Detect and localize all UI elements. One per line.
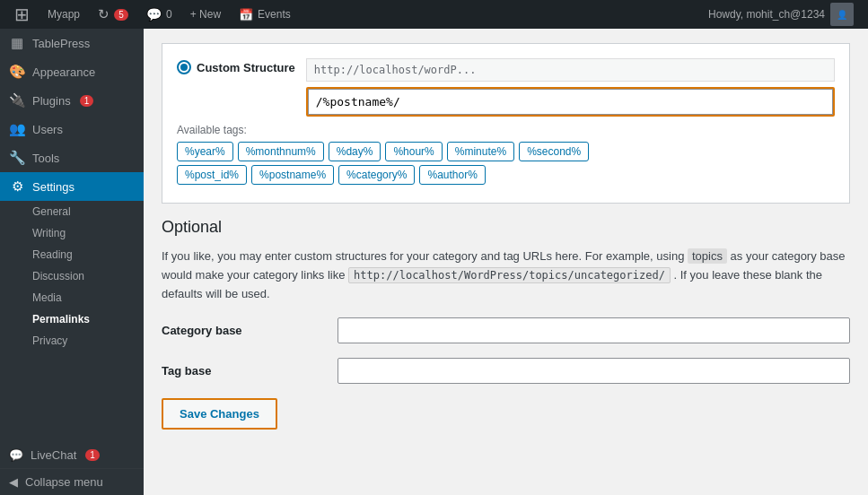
category-base-label: Category base — [162, 324, 323, 337]
comments-button[interactable]: 💬 0 — [139, 0, 180, 29]
tablepress-icon: ▦ — [9, 35, 25, 51]
save-changes-button[interactable]: Save Changes — [162, 398, 277, 430]
tags-row-1: %year%%monthnum%%day%%hour%%minute%%seco… — [177, 142, 835, 161]
optional-section: Optional If you like, you may enter cust… — [162, 218, 850, 430]
radio-circle-inner — [180, 64, 188, 71]
optional-desc-before: If you like, you may enter custom struct… — [162, 249, 684, 263]
topbar: ⊞ Myapp ↻ 5 💬 0 + New 📅 Events Howdy, mo… — [0, 0, 868, 29]
site-name-button[interactable]: Myapp — [40, 0, 87, 29]
sidebar-sub-writing[interactable]: Writing — [0, 222, 144, 244]
structure-input-wrap — [306, 87, 835, 117]
sidebar-sub-discussion[interactable]: Discussion — [0, 265, 144, 287]
sidebar-sub-media[interactable]: Media — [0, 287, 144, 308]
sidebar-item-settings-label: Settings — [32, 180, 75, 194]
plugins-icon: 🔌 — [9, 92, 25, 109]
tag-button-%author%[interactable]: %author% — [419, 165, 485, 185]
collapse-menu-button[interactable]: ◀ Collapse menu — [0, 468, 144, 495]
collapse-icon: ◀ — [9, 475, 18, 489]
settings-icon: ⚙ — [9, 178, 25, 195]
url-preview: http://localhost/wordP... — [306, 58, 835, 82]
tag-base-row: Tag base — [162, 358, 850, 384]
sidebar-item-tools[interactable]: 🔧 Tools — [0, 143, 144, 172]
custom-structure-radio[interactable]: Custom Structure — [177, 60, 295, 74]
sidebar-item-livechat[interactable]: 💬 LiveChat 1 — [0, 442, 144, 468]
save-btn-wrap: Save Changes — [162, 398, 850, 430]
tag-button-%year%[interactable]: %year% — [177, 142, 233, 161]
tag-button-%postname%[interactable]: %postname% — [251, 165, 334, 185]
sidebar: ▦ TablePress 🎨 Appearance 🔌 Plugins 1 👥 … — [0, 29, 144, 495]
tag-button-%minute%[interactable]: %minute% — [447, 142, 514, 161]
category-base-input[interactable] — [338, 317, 850, 343]
site-name: Myapp — [48, 8, 80, 21]
example-url: http://localhost/WordPress/topics/uncate… — [348, 267, 671, 283]
livechat-icon: 💬 — [9, 448, 23, 462]
topbar-right: Howdy, mohit_ch@1234 👤 — [701, 3, 861, 26]
calendar-icon: 📅 — [239, 8, 253, 22]
tag-base-label: Tag base — [162, 364, 323, 378]
tag-button-%monthnum%[interactable]: %monthnum% — [238, 142, 324, 161]
comments-icon: 💬 — [146, 7, 162, 22]
tag-button-%category%[interactable]: %category% — [338, 165, 415, 185]
tag-button-%second%[interactable]: %second% — [519, 142, 589, 161]
tools-icon: 🔧 — [9, 150, 25, 166]
sidebar-item-livechat-label: LiveChat — [31, 448, 76, 462]
updates-count: 5 — [114, 9, 128, 21]
plugins-badge: 1 — [80, 95, 94, 107]
sidebar-item-tools-label: Tools — [32, 152, 59, 165]
custom-structure-label: Custom Structure — [197, 61, 295, 74]
tag-button-%day%[interactable]: %day% — [329, 142, 381, 161]
users-icon: 👥 — [9, 121, 25, 137]
sidebar-item-plugins[interactable]: 🔌 Plugins 1 — [0, 86, 144, 115]
avatar: 👤 — [830, 3, 854, 26]
new-content-button[interactable]: + New — [183, 0, 228, 29]
sidebar-item-users[interactable]: 👥 Users — [0, 115, 144, 143]
optional-title: Optional — [162, 218, 850, 237]
sidebar-sub-permalinks[interactable]: Permalinks — [0, 308, 144, 330]
sidebar-item-tablepress-label: TablePress — [32, 37, 90, 50]
new-label: + New — [190, 8, 221, 21]
sidebar-item-appearance[interactable]: 🎨 Appearance — [0, 57, 144, 86]
main-content: Custom Structure http://localhost/wordP.… — [144, 29, 868, 495]
tag-button-%hour%[interactable]: %hour% — [385, 142, 442, 161]
wp-logo-button[interactable]: ⊞ — [7, 0, 37, 29]
updates-icon: ↻ — [98, 6, 110, 22]
available-tags-label: Available tags: — [177, 124, 835, 136]
custom-structure-block: Custom Structure http://localhost/wordP.… — [162, 43, 850, 204]
radio-circle — [177, 60, 191, 74]
highlight-topics: topics — [688, 248, 727, 264]
optional-desc: If you like, you may enter custom struct… — [162, 248, 850, 303]
custom-structure-inputs: http://localhost/wordP... — [306, 58, 835, 117]
sidebar-item-appearance-label: Appearance — [32, 65, 95, 79]
sidebar-item-users-label: Users — [32, 123, 63, 136]
wp-icon: ⊞ — [14, 4, 30, 25]
sidebar-item-settings[interactable]: ⚙ Settings — [0, 172, 144, 201]
sidebar-sub-reading[interactable]: Reading — [0, 244, 144, 265]
structure-input[interactable] — [308, 89, 833, 115]
livechat-badge: 1 — [85, 449, 100, 461]
events-label: Events — [258, 8, 291, 21]
user-menu-button[interactable]: Howdy, mohit_ch@1234 👤 — [701, 3, 861, 26]
comments-count: 0 — [166, 8, 172, 21]
tags-row-2: %post_id%%postname%%category%%author% — [177, 165, 835, 185]
appearance-icon: 🎨 — [9, 64, 25, 80]
sidebar-item-tablepress[interactable]: ▦ TablePress — [0, 29, 144, 57]
tag-base-input[interactable] — [338, 358, 850, 384]
collapse-label: Collapse menu — [25, 475, 103, 489]
tag-button-%post_id%[interactable]: %post_id% — [177, 165, 247, 185]
sidebar-sub-privacy[interactable]: Privacy — [0, 330, 144, 352]
events-button[interactable]: 📅 Events — [232, 0, 298, 29]
howdy-text: Howdy, mohit_ch@1234 — [708, 8, 825, 21]
updates-button[interactable]: ↻ 5 — [91, 0, 136, 29]
sidebar-sub-general[interactable]: General — [0, 201, 144, 222]
sidebar-item-plugins-label: Plugins — [32, 94, 71, 108]
category-base-row: Category base — [162, 317, 850, 343]
